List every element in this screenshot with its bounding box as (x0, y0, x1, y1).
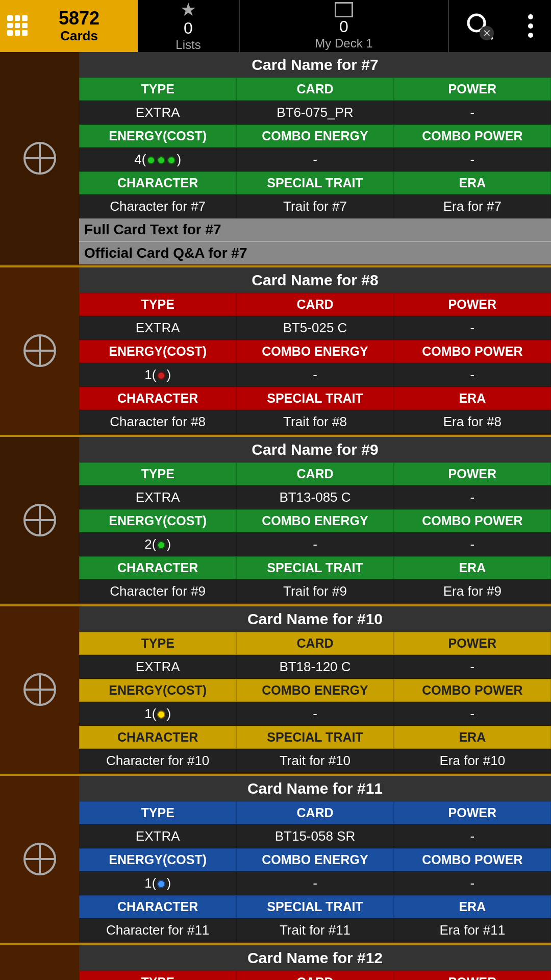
data-cell: Trait for #7 (236, 194, 393, 218)
data-cell: - (394, 871, 551, 895)
add-to-deck-button[interactable] (23, 843, 56, 875)
card-sidebar (0, 776, 79, 942)
header-cell: CARD (236, 632, 393, 655)
data-cell: - (394, 101, 551, 125)
card-block: Card Name for #7TYPECARDPOWEREXTRABT6-07… (0, 52, 551, 264)
full-text-label[interactable]: Full Card Text for #7 (79, 218, 551, 241)
header-cell: TYPE (79, 462, 236, 485)
data-cell: EXTRA (79, 485, 236, 509)
data-cell: - (236, 702, 393, 726)
card-name[interactable]: Card Name for #9 (79, 437, 551, 462)
card-name[interactable]: Card Name for #8 (79, 267, 551, 293)
data-cell: - (394, 532, 551, 556)
card-grid: TYPECARDPOWEREXTRABT18-120 C-ENERGY(COST… (79, 632, 551, 773)
header-cell: ENERGY(COST) (79, 340, 236, 363)
data-cell: Era for #11 (394, 918, 551, 942)
data-cell: Era for #8 (394, 410, 551, 434)
data-cell: Trait for #11 (236, 918, 393, 942)
card-block: Card Name for #8TYPECARDPOWEREXTRABT5-02… (0, 267, 551, 434)
header-cell: ERA (394, 726, 551, 749)
header-cell: POWER (394, 971, 551, 980)
header-cell: CARD (236, 293, 393, 316)
data-cell: EXTRA (79, 316, 236, 340)
header-cell: CHARACTER (79, 387, 236, 410)
header-cell: ERA (394, 172, 551, 194)
data-cell: - (236, 871, 393, 895)
deck-section[interactable]: 0 My Deck 1 (240, 0, 449, 52)
card-name[interactable]: Card Name for #10 (79, 606, 551, 632)
card-block: Card Name for #12TYPECARDPOWEREXTRABT13-… (0, 945, 551, 980)
cards-count: 5872 (59, 8, 99, 29)
data-cell: EXTRA (79, 101, 236, 125)
header-cell: SPECIAL TRAIT (236, 556, 393, 579)
card-table: Card Name for #8TYPECARDPOWEREXTRABT5-02… (79, 267, 551, 434)
data-cell: - (394, 824, 551, 848)
card-table: Card Name for #10TYPECARDPOWEREXTRABT18-… (79, 606, 551, 773)
data-cell: Trait for #9 (236, 579, 393, 603)
header-cell: ENERGY(COST) (79, 848, 236, 871)
card-grid: TYPECARDPOWEREXTRABT6-075_PR-ENERGY(COST… (79, 78, 551, 218)
header-cell: COMBO POWER (394, 848, 551, 871)
header-cell: COMBO POWER (394, 340, 551, 363)
header-cell: CHARACTER (79, 895, 236, 918)
lists-section[interactable]: ★ 0 Lists (138, 0, 240, 52)
header-cell: COMBO ENERGY (236, 125, 393, 148)
data-cell: - (394, 148, 551, 172)
search-button[interactable]: ✕ (464, 11, 495, 41)
data-cell: Character for #11 (79, 918, 236, 942)
card-name[interactable]: Card Name for #12 (79, 945, 551, 971)
search-clear-icon[interactable]: ✕ (480, 26, 494, 40)
header-cell: CHARACTER (79, 726, 236, 749)
data-cell: Character for #10 (79, 749, 236, 773)
header-cell: CHARACTER (79, 172, 236, 194)
header-cell: ERA (394, 895, 551, 918)
add-to-deck-button[interactable] (23, 142, 56, 175)
card-table: Card Name for #7TYPECARDPOWEREXTRABT6-07… (79, 52, 551, 264)
header-cell: SPECIAL TRAIT (236, 895, 393, 918)
header-cell: COMBO ENERGY (236, 340, 393, 363)
header-cell: CARD (236, 801, 393, 824)
energy-cost-value: 1() (79, 363, 236, 387)
data-cell: BT6-075_PR (236, 101, 393, 125)
data-cell: - (394, 702, 551, 726)
header-cell: POWER (394, 801, 551, 824)
cards-section[interactable]: 5872 Cards (0, 0, 138, 52)
card-grid: TYPECARDPOWEREXTRABT15-058 SR-ENERGY(COS… (79, 801, 551, 942)
card-sidebar (0, 52, 79, 264)
header-cell: ERA (394, 387, 551, 410)
search-section[interactable]: ✕ (449, 0, 510, 52)
data-cell: - (394, 655, 551, 679)
add-to-deck-button[interactable] (23, 334, 56, 367)
energy-cost-value: 1() (79, 871, 236, 895)
add-to-deck-button[interactable] (23, 504, 56, 536)
deck-icon (335, 2, 353, 17)
data-cell: - (236, 363, 393, 387)
data-cell: Character for #8 (79, 410, 236, 434)
three-dots-icon (528, 14, 533, 38)
header-cell: TYPE (79, 801, 236, 824)
header-cell: TYPE (79, 632, 236, 655)
add-to-deck-button[interactable] (23, 673, 56, 706)
data-cell: - (236, 148, 393, 172)
card-table: Card Name for #12TYPECARDPOWEREXTRABT13-… (79, 945, 551, 980)
star-icon: ★ (180, 1, 196, 19)
header-cell: TYPE (79, 78, 236, 101)
header-cell: ERA (394, 556, 551, 579)
menu-icon[interactable] (7, 15, 28, 36)
qa-label[interactable]: Official Card Q&A for #7 (79, 241, 551, 264)
data-cell: Era for #9 (394, 579, 551, 603)
data-cell: Trait for #8 (236, 410, 393, 434)
main-content: Card Name for #7TYPECARDPOWEREXTRABT6-07… (0, 52, 551, 980)
more-menu-button[interactable] (510, 0, 551, 52)
card-name[interactable]: Card Name for #7 (79, 52, 551, 78)
data-cell: BT13-085 C (236, 485, 393, 509)
card-name[interactable]: Card Name for #11 (79, 776, 551, 801)
header-cell: CARD (236, 78, 393, 101)
card-block: Card Name for #11TYPECARDPOWEREXTRABT15-… (0, 776, 551, 942)
data-cell: Era for #10 (394, 749, 551, 773)
header-cell: TYPE (79, 971, 236, 980)
data-cell: BT18-120 C (236, 655, 393, 679)
header-cell: POWER (394, 632, 551, 655)
header-cell: CHARACTER (79, 556, 236, 579)
energy-cost-value: 2() (79, 532, 236, 556)
